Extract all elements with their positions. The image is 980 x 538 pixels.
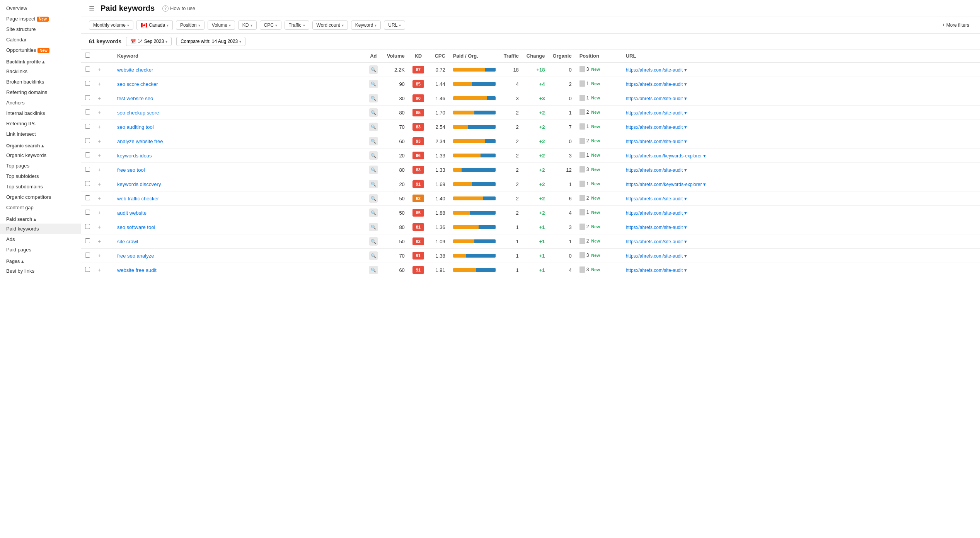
url-dropdown-9[interactable]: ▾ [684, 196, 687, 202]
ad-search-icon-7[interactable]: 🔍 [369, 166, 378, 174]
add-keyword-btn-14[interactable]: + [98, 267, 101, 273]
add-keyword-btn-9[interactable]: + [98, 195, 101, 202]
filter-position[interactable]: Position ▾ [176, 20, 205, 30]
add-keyword-btn-2[interactable]: + [98, 95, 101, 101]
url-link-6[interactable]: https://ahrefs.com/keywords-explorer [626, 153, 702, 159]
row-checkbox-14[interactable] [85, 267, 90, 272]
filter-volume[interactable]: Volume ▾ [208, 20, 235, 30]
url-link-1[interactable]: https://ahrefs.com/site-audit [626, 82, 683, 87]
filter-monthly-volume[interactable]: Monthly volume ▾ [89, 20, 133, 30]
ad-search-icon-1[interactable]: 🔍 [369, 80, 378, 88]
sidebar-item-opportunities[interactable]: OpportunitiesNew [0, 45, 81, 55]
keyword-link-6[interactable]: keywords ideas [117, 153, 152, 159]
add-keyword-btn-11[interactable]: + [98, 224, 101, 230]
sidebar-item-referring-ips[interactable]: Referring IPs [0, 118, 81, 129]
sidebar-item-calendar[interactable]: Calendar [0, 34, 81, 45]
sidebar-item-site-structure[interactable]: Site structure [0, 24, 81, 34]
url-dropdown-12[interactable]: ▾ [684, 239, 687, 244]
add-keyword-btn-1[interactable]: + [98, 81, 101, 87]
url-dropdown-13[interactable]: ▾ [684, 253, 687, 259]
url-dropdown-5[interactable]: ▾ [684, 138, 687, 144]
row-checkbox-5[interactable] [85, 138, 90, 143]
url-link-0[interactable]: https://ahrefs.com/site-audit [626, 67, 683, 73]
header-traffic[interactable]: Traffic [499, 50, 523, 62]
keyword-link-11[interactable]: seo software tool [117, 224, 155, 230]
sidebar-item-organic-keywords[interactable]: Organic keywords [0, 150, 81, 161]
ad-search-icon-2[interactable]: 🔍 [369, 94, 378, 102]
compare-button[interactable]: Compare with: 14 Aug 2023 ▾ [176, 37, 245, 46]
url-dropdown-2[interactable]: ▾ [684, 96, 687, 101]
row-checkbox-2[interactable] [85, 95, 90, 100]
filter-cpc[interactable]: CPC ▾ [260, 20, 281, 30]
sidebar-item-organic-competitors[interactable]: Organic competitors [0, 192, 81, 202]
filter-word-count[interactable]: Word count ▾ [312, 20, 348, 30]
row-checkbox-6[interactable] [85, 152, 90, 157]
header-paid-org[interactable]: Paid / Org. [449, 50, 499, 62]
add-keyword-btn-12[interactable]: + [98, 238, 101, 244]
filter-traffic[interactable]: Traffic ▾ [285, 20, 309, 30]
row-checkbox-12[interactable] [85, 238, 90, 243]
header-position[interactable]: Position [576, 50, 622, 62]
url-dropdown-4[interactable]: ▾ [684, 124, 687, 130]
header-volume[interactable]: Volume [382, 50, 409, 62]
sidebar-item-link-intersect[interactable]: Link intersect [0, 129, 81, 139]
url-dropdown-0[interactable]: ▾ [684, 67, 687, 73]
url-link-8[interactable]: https://ahrefs.com/keywords-explorer [626, 182, 702, 187]
keyword-link-8[interactable]: keywords discovery [117, 181, 161, 187]
sidebar-item-paid-keywords[interactable]: Paid keywords [0, 224, 81, 234]
header-ad[interactable]: Ad [365, 50, 382, 62]
row-checkbox-10[interactable] [85, 210, 90, 215]
url-dropdown-3[interactable]: ▾ [684, 110, 687, 116]
ad-search-icon-9[interactable]: 🔍 [369, 194, 378, 203]
url-link-5[interactable]: https://ahrefs.com/site-audit [626, 139, 683, 144]
ad-search-icon-3[interactable]: 🔍 [369, 108, 378, 117]
how-to-use-link[interactable]: ? How to use [162, 5, 195, 12]
filter-url[interactable]: URL ▾ [384, 20, 405, 30]
add-keyword-btn-10[interactable]: + [98, 210, 101, 216]
row-checkbox-3[interactable] [85, 109, 90, 114]
keyword-link-4[interactable]: seo auditing tool [117, 124, 154, 130]
sidebar-item-paid-pages[interactable]: Paid pages [0, 244, 81, 255]
url-link-4[interactable]: https://ahrefs.com/site-audit [626, 125, 683, 130]
sidebar-item-best-by-links[interactable]: Best by links [0, 266, 81, 276]
header-keyword[interactable]: Keyword [113, 50, 365, 62]
keyword-link-13[interactable]: free seo analyze [117, 253, 154, 259]
url-dropdown-10[interactable]: ▾ [684, 210, 687, 216]
url-link-11[interactable]: https://ahrefs.com/site-audit [626, 225, 683, 230]
row-checkbox-4[interactable] [85, 124, 90, 129]
ad-search-icon-12[interactable]: 🔍 [369, 237, 378, 246]
ad-search-icon-4[interactable]: 🔍 [369, 123, 378, 131]
url-link-7[interactable]: https://ahrefs.com/site-audit [626, 167, 683, 173]
row-checkbox-11[interactable] [85, 224, 90, 229]
header-kd[interactable]: KD [409, 50, 428, 62]
row-checkbox-0[interactable] [85, 67, 90, 72]
keyword-link-12[interactable]: site crawl [117, 239, 138, 244]
url-dropdown-14[interactable]: ▾ [684, 267, 687, 273]
keyword-link-14[interactable]: website free audit [117, 267, 157, 273]
keyword-link-3[interactable]: seo checkup score [117, 110, 159, 116]
url-dropdown-8[interactable]: ▾ [703, 181, 706, 187]
select-all-checkbox[interactable] [85, 53, 90, 58]
ad-search-icon-8[interactable]: 🔍 [369, 180, 378, 188]
add-keyword-btn-7[interactable]: + [98, 167, 101, 173]
add-keyword-btn-0[interactable]: + [98, 67, 101, 73]
ad-search-icon-6[interactable]: 🔍 [369, 151, 378, 160]
hamburger-icon[interactable]: ☰ [89, 5, 94, 12]
add-keyword-btn-3[interactable]: + [98, 109, 101, 116]
add-keyword-btn-13[interactable]: + [98, 253, 101, 259]
row-checkbox-7[interactable] [85, 167, 90, 172]
sidebar-item-internal-backlinks[interactable]: Internal backlinks [0, 108, 81, 118]
keyword-link-0[interactable]: website checker [117, 67, 153, 73]
add-keyword-btn-5[interactable]: + [98, 138, 101, 144]
ad-search-icon-13[interactable]: 🔍 [369, 251, 378, 260]
row-checkbox-9[interactable] [85, 195, 90, 200]
keyword-link-1[interactable]: seo score checker [117, 81, 158, 87]
sidebar-item-ads[interactable]: Ads [0, 234, 81, 244]
sidebar-item-referring-domains[interactable]: Referring domains [0, 87, 81, 97]
date-button[interactable]: 📅 14 Sep 2023 ▾ [126, 37, 172, 46]
keyword-link-9[interactable]: web traffic checker [117, 196, 159, 202]
url-dropdown-11[interactable]: ▾ [684, 224, 687, 230]
sidebar-item-top-pages[interactable]: Top pages [0, 161, 81, 171]
url-dropdown-6[interactable]: ▾ [703, 153, 706, 159]
header-cpc[interactable]: CPC [428, 50, 449, 62]
